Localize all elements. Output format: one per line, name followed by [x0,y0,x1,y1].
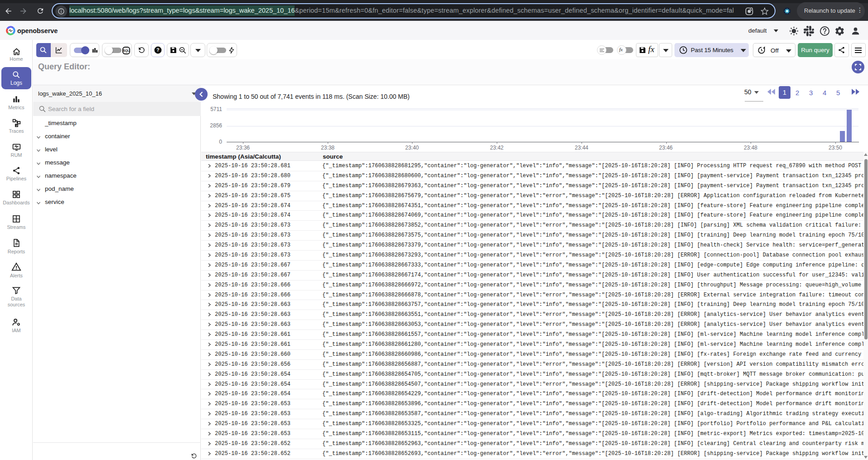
svg-text:?: ? [156,48,159,53]
svg-text:SQL: SQL [123,49,130,53]
